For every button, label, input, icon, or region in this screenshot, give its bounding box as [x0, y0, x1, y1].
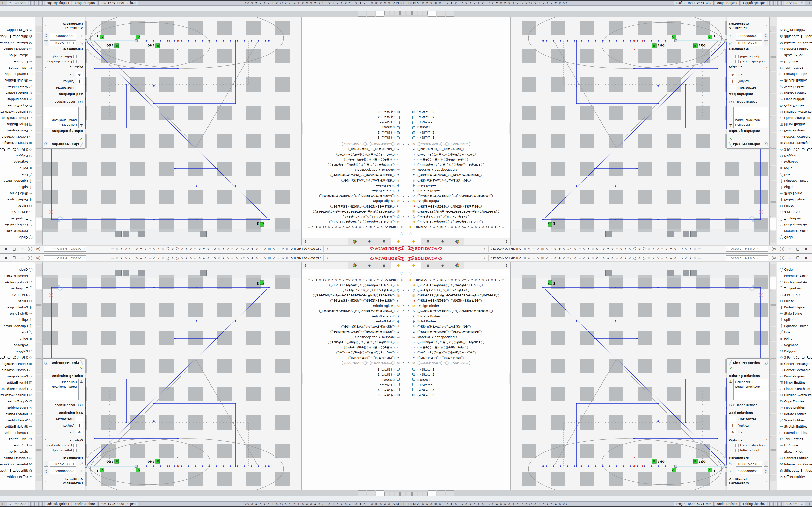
tree-item[interactable]: ✪ ◯ЄƧƷЄ✚◦♟◉ΛА⊕◯◦◯⊕АΛ◉♟◦✚ЄƷƧЄ◯ — [406, 282, 510, 288]
tab-displaymanager[interactable] — [348, 238, 362, 245]
sketch-tool-item[interactable]: ⧉ Copy Entities — [0, 398, 34, 404]
ok-button[interactable]: ✔ — [44, 366, 83, 370]
section-additional-parameters[interactable]: Additional Parameters — [46, 22, 83, 30]
chevron-up-icon[interactable]: ⌃ — [44, 439, 46, 442]
tree-filter-input[interactable]: ▽ — [408, 270, 509, 276]
sketch-tool-item[interactable]: ≈ Fit Spline — [778, 59, 812, 65]
sketch-tool-item[interactable]: ◜ Sketch Fillet — [778, 52, 812, 59]
relation-tag[interactable]: ⁄ 3 — [97, 468, 104, 473]
tree-item[interactable] — [302, 140, 406, 142]
tab-configurationmanager[interactable]: ⊕ — [362, 238, 376, 245]
tree-item[interactable]: (-) Sketch5 — [302, 382, 406, 388]
view-toolbar-button[interactable] — [605, 231, 612, 237]
view-toolbar-button[interactable] — [513, 270, 519, 276]
tree-item[interactable]: ✎ ◯ЄƧ◦∩Ж♟Аʍ◯◦◯ʍА♟Ж∩◦ƧЄ◯ — [406, 178, 510, 183]
command-tab[interactable] — [36, 25, 42, 32]
tree-item[interactable]: ▶ ◷ ◯⋏♟◉✚ƧƷ◦Є◯◦◯Є◦ƷƧ✚◉♟⋏◯ — [302, 214, 406, 220]
tree-item[interactable]: ▶ ▨ ◯ЄƧƷЄИΝА∪◦◯◦◯◦∪АΝИЄƷƧЄ◯ — [302, 360, 406, 365]
sketch-tool-item[interactable]: ⤢ Scale Entities — [0, 84, 34, 90]
tree-item[interactable]: (-) Sketch4 — [302, 388, 406, 393]
sketch-tool-item[interactable]: ↦ Stretch Entities — [0, 77, 34, 84]
view-toolbar-button[interactable] — [652, 231, 658, 237]
chevron-up-icon[interactable]: ⌃ — [766, 93, 768, 96]
chevron-up-icon[interactable]: ⌃ — [766, 439, 768, 442]
search-dropdown-icon[interactable]: ▾ — [52, 248, 53, 250]
sketch-tool-item[interactable]: ↗ Move Entities — [778, 96, 812, 103]
sketch-handle[interactable] — [135, 40, 137, 42]
tab-configurationmanager[interactable]: ⊕ — [436, 262, 450, 269]
view-toolbar-button[interactable] — [691, 231, 697, 237]
document-tab[interactable] — [367, 11, 375, 17]
tree-item[interactable]: (-) Sketch6 — [302, 393, 406, 398]
sketch-tool-item[interactable]: ⎌ Convert Entities — [0, 46, 34, 52]
chevron-up-icon[interactable]: ⌃ — [44, 456, 46, 459]
view-toolbar-button[interactable] — [154, 270, 160, 276]
sketch-tool-item[interactable]: ╱ Line — [778, 329, 812, 335]
help-icon[interactable]: ? — [28, 256, 32, 260]
tab-nav-button[interactable] — [418, 492, 422, 496]
document-tab[interactable] — [446, 490, 454, 496]
section-parameters[interactable]: Parameters — [63, 48, 83, 51]
document-tab[interactable] — [428, 490, 437, 496]
view-toolbar-button[interactable] — [223, 231, 230, 237]
sketch-tool-item[interactable]: ▣ Center Rectangle — [0, 140, 34, 147]
quick-access-toolbar[interactable]: ⊙ ≋ ⊙ Ш ⊙ ◦ ⊙ ✚ ⊙ Ɔ⊂ ⊙ ≋ ⊙ ✦ ⊙ ƧƷ ⊙ ♟ ⊙ … — [528, 257, 724, 260]
tree-item[interactable]: ≔ Material < not specified > — [302, 334, 406, 340]
view-toolbar-button[interactable] — [285, 231, 292, 237]
sketch-tool-item[interactable]: ⌒ Tangent Arc — [778, 216, 812, 222]
view-toolbar-button[interactable] — [123, 270, 129, 276]
sketch-tool-item[interactable]: ≈ Fit Spline — [778, 442, 812, 448]
expand-arrow-icon[interactable]: ▶ — [408, 143, 411, 145]
sketch-tool-item[interactable]: ╱ Line — [0, 329, 34, 335]
tree-root[interactable]: ◆ TЯPDL2. ⊙ ≋ ⊙ Ш ⊙ ◦ ⊙ ✚ ⊙ Ɔ⊂ ⊙ ≋ ⊙ ✦ ⊙… — [406, 277, 510, 282]
option-checkbox[interactable]: For construction — [735, 60, 768, 63]
command-tab[interactable] — [36, 359, 42, 374]
restore-button[interactable]: ❐ — [796, 247, 799, 251]
tree-item[interactable]: ▶ ▨ ◯ЄƧƷЄИΝА∪◦◯◦◯◦∪АΝИЄƷƧЄ◯ — [406, 142, 510, 147]
tree-item[interactable]: ▱ ◯◦◉✚◯Ж◉|◯◦◯|◉Ж◯✚◉◦◯ — [302, 157, 406, 163]
add-relation-button[interactable]: —Horizontal — [729, 85, 768, 91]
view-toolbar-button[interactable] — [161, 231, 168, 237]
view-toolbar-button[interactable] — [706, 231, 712, 237]
view-toolbar-button[interactable] — [683, 231, 689, 237]
document-tab[interactable] — [437, 11, 445, 17]
sketch-tool-item[interactable]: ✂ Trim Entities — [0, 65, 34, 71]
rollback-bar[interactable] — [416, 399, 510, 399]
view-toolbar-button[interactable] — [520, 270, 527, 276]
search-input[interactable] — [731, 247, 755, 251]
view-toolbar-button[interactable] — [169, 231, 176, 237]
view-toolbar-button[interactable] — [161, 270, 168, 276]
tree-item[interactable]: ⌖ ◯ИΝ◦ɜ◦♟◎◯◦◯◎♟◦ɜ◦ΝИ◯ — [302, 147, 406, 152]
command-tab[interactable] — [770, 450, 776, 474]
view-toolbar-button[interactable] — [691, 270, 697, 276]
spinner-control[interactable]: ▲▼ — [764, 33, 768, 39]
document-tab[interactable] — [375, 490, 384, 496]
relation-tag[interactable]: ⁄ 3 — [257, 281, 264, 286]
view-toolbar-button[interactable] — [185, 270, 191, 276]
tree-item[interactable]: ▱ ◯✚Єɔ◦♟◯Ж◉|◯◦◯|◉Ж◯♟◦ɔЄ✚◯ — [406, 152, 510, 157]
view-toolbar-button[interactable] — [262, 270, 268, 276]
command-tab[interactable] — [36, 475, 42, 482]
search-box[interactable]: ❒ ⌕ ▾ — [44, 256, 86, 261]
panel-splitter-grip[interactable]: ⊙ — [509, 123, 511, 134]
sketch-tool-item[interactable]: ≍ Offset Entities — [0, 473, 34, 480]
chevron-down-icon[interactable]: ⌄ — [766, 24, 768, 27]
sketch-tool-item[interactable]: ▪ Point — [0, 165, 34, 172]
chevron-up-icon[interactable]: ⌃ — [766, 48, 768, 51]
checkbox-icon[interactable] — [73, 60, 77, 63]
view-toolbar-button[interactable] — [652, 270, 658, 276]
chevron-up-icon[interactable]: ⌃ — [766, 456, 768, 459]
command-tab[interactable] — [770, 327, 776, 341]
sketch-tool-item[interactable]: ✂ Trim Entities — [0, 436, 34, 442]
view-toolbar-button[interactable] — [598, 231, 604, 237]
confirm-sketch-icon[interactable]: ↺ — [57, 283, 64, 293]
view-toolbar-button[interactable] — [551, 270, 558, 276]
tree-item[interactable]: (-) Sketch5 — [406, 119, 510, 125]
sketch-tool-item[interactable]: ◌ Perimeter Circle — [0, 273, 34, 279]
sketch-tool-item[interactable]: ↻ Rotate Entities — [778, 90, 812, 96]
command-tab[interactable] — [36, 392, 42, 413]
sketch-handle[interactable] — [675, 465, 677, 467]
view-toolbar-button[interactable] — [598, 270, 604, 276]
sketch-tool-item[interactable]: ◇ 3 Point Center Recta... — [0, 147, 34, 153]
search-icon[interactable]: ⌕ — [755, 247, 758, 251]
